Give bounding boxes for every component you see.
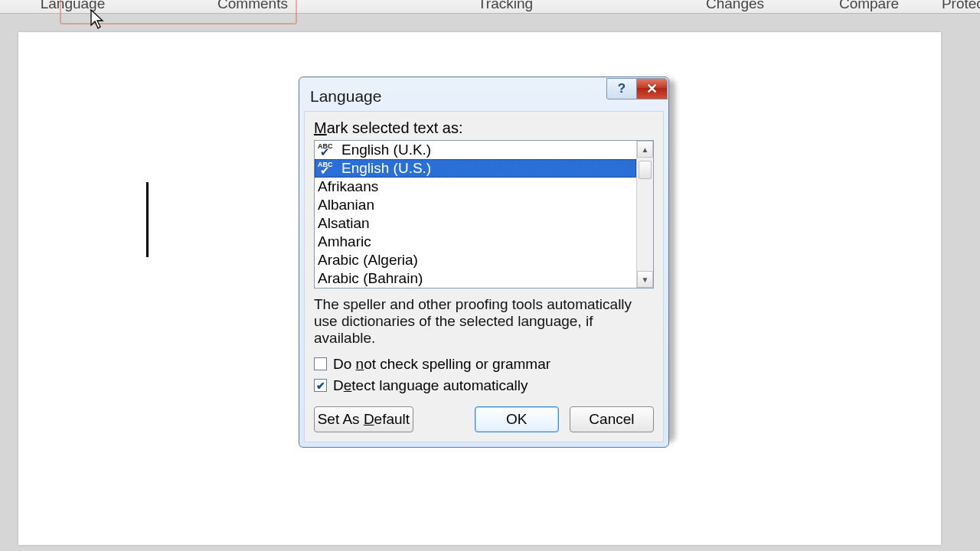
list-item[interactable]: ABC✔English (U.K.) [315,141,636,159]
checkbox-no-spellcheck[interactable]: Do not check spelling or grammar [314,356,654,373]
ribbon: Language Comments Tracking Changes Compa… [0,0,980,14]
check-icon: ✔ [320,164,330,178]
dialog-titlebar[interactable]: Language ? ✕ [304,82,664,111]
ribbon-group-language[interactable]: Language [31,0,115,12]
scroll-track[interactable] [637,158,653,271]
ribbon-group-changes[interactable]: Changes [689,0,781,12]
checkbox-icon: ✔ [314,379,327,392]
close-button[interactable]: ✕ [637,78,668,99]
dialog-button-row: Set As Default OK Cancel [314,406,654,432]
help-icon: ? [618,81,626,96]
help-button[interactable]: ? [606,78,637,99]
scroll-up-button[interactable]: ▲ [637,141,653,158]
ribbon-group-comments[interactable]: Comments [199,0,306,12]
ribbon-group-tracking[interactable]: Tracking [459,0,551,12]
titlebar-buttons: ? ✕ [606,78,668,99]
list-item[interactable]: Amharic [315,233,636,251]
text-caret [146,182,149,257]
dialog-info-text: The speller and other proofing tools aut… [314,296,654,347]
list-item[interactable]: Arabic (Algeria) [315,251,636,269]
listbox-scrollbar[interactable]: ▲ ▼ [636,141,653,288]
language-dialog: Language ? ✕ Mark selected text as: ABC✔… [299,77,669,448]
dialog-title: Language [310,87,381,106]
list-item[interactable]: Albanian [315,196,636,214]
dialog-body: Mark selected text as: ABC✔English (U.K.… [304,111,664,442]
list-item[interactable]: ABC✔English (U.S.) [315,159,636,178]
cancel-button[interactable]: Cancel [570,406,654,432]
scroll-down-button[interactable]: ▼ [637,271,653,288]
language-list-items: ABC✔English (U.K.) ABC✔English (U.S.) Af… [315,141,636,288]
language-listbox[interactable]: ABC✔English (U.K.) ABC✔English (U.S.) Af… [314,140,654,289]
list-item[interactable]: Afrikaans [315,178,636,196]
ribbon-group-compare[interactable]: Compare [827,0,911,12]
check-icon: ✔ [320,145,330,159]
mark-selected-label: Mark selected text as: [314,119,654,137]
scroll-thumb[interactable] [639,161,652,179]
set-as-default-button[interactable]: Set As Default [314,406,413,432]
checkbox-icon [314,357,327,370]
ribbon-group-protect[interactable]: Protect [934,0,980,12]
list-item[interactable]: Alsatian [315,214,636,233]
ok-button[interactable]: OK [475,406,559,432]
close-icon: ✕ [646,80,658,97]
list-item[interactable]: Arabic (Bahrain) [315,269,636,288]
checkbox-detect-language[interactable]: ✔ Detect language automatically [314,377,654,394]
